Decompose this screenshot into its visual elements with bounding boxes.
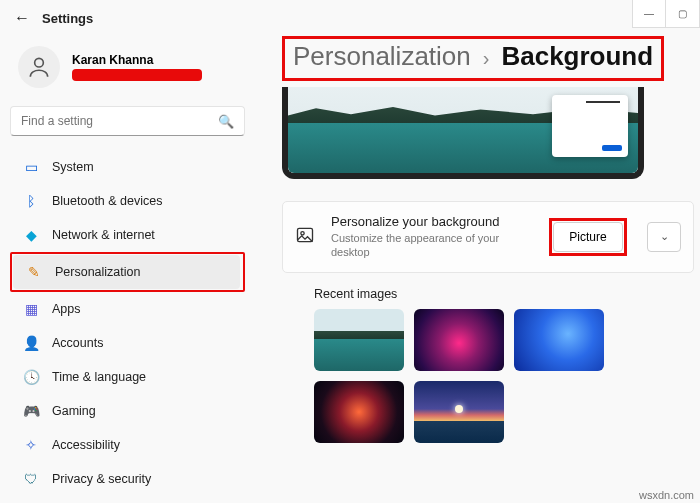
- recent-image-3[interactable]: [514, 309, 604, 371]
- maximize-button[interactable]: ▢: [666, 0, 700, 28]
- search-icon: 🔍: [218, 114, 234, 129]
- setting-text: Personalize your background Customize th…: [331, 214, 535, 260]
- globe-icon: 🕓: [22, 368, 40, 386]
- user-email-redacted: [72, 69, 202, 81]
- nav-list: ▭System ᛒBluetooth & devices ◆Network & …: [10, 150, 255, 496]
- background-type-dropdown[interactable]: Picture: [553, 222, 623, 252]
- main-content: Personalization › Background Personalize…: [282, 36, 694, 443]
- brush-icon: ✎: [25, 263, 43, 281]
- nav-accessibility[interactable]: ✧Accessibility: [10, 428, 255, 462]
- bluetooth-icon: ᛒ: [22, 192, 40, 210]
- recent-image-1[interactable]: [314, 309, 404, 371]
- window-title: Settings: [42, 11, 93, 26]
- personalize-background-row[interactable]: Personalize your background Customize th…: [282, 201, 694, 273]
- recent-images-label: Recent images: [314, 287, 694, 301]
- nav-apps[interactable]: ▦Apps: [10, 292, 255, 326]
- wifi-icon: ◆: [22, 226, 40, 244]
- setting-title: Personalize your background: [331, 214, 535, 229]
- nav-privacy[interactable]: 🛡Privacy & security: [10, 462, 255, 496]
- apps-icon: ▦: [22, 300, 40, 318]
- titlebar: ← Settings: [0, 0, 700, 36]
- search-input[interactable]: [21, 114, 218, 128]
- back-button[interactable]: ←: [8, 9, 36, 27]
- breadcrumb-parent[interactable]: Personalization: [293, 41, 471, 72]
- window-controls: — ▢: [632, 0, 700, 28]
- gaming-icon: 🎮: [22, 402, 40, 420]
- accessibility-icon: ✧: [22, 436, 40, 454]
- recent-image-5[interactable]: [414, 381, 504, 443]
- desktop-preview: [282, 87, 644, 179]
- nav-network[interactable]: ◆Network & internet: [10, 218, 255, 252]
- avatar: [18, 46, 60, 88]
- minimize-button[interactable]: —: [632, 0, 666, 28]
- recent-images-grid: [314, 309, 694, 443]
- highlight-picture: Picture: [549, 218, 627, 256]
- sidebar: Karan Khanna 🔍 ▭System ᛒBluetooth & devi…: [0, 36, 255, 496]
- breadcrumb-current: Background: [501, 41, 653, 72]
- watermark: wsxdn.com: [639, 489, 694, 501]
- svg-point-0: [35, 58, 44, 67]
- recent-image-2[interactable]: [414, 309, 504, 371]
- highlight-breadcrumb: Personalization › Background: [282, 36, 664, 81]
- system-icon: ▭: [22, 158, 40, 176]
- picture-icon: [295, 225, 317, 249]
- nav-system[interactable]: ▭System: [10, 150, 255, 184]
- nav-accounts[interactable]: 👤Accounts: [10, 326, 255, 360]
- shield-icon: 🛡: [22, 470, 40, 488]
- user-account[interactable]: Karan Khanna: [10, 42, 255, 98]
- recent-image-4[interactable]: [314, 381, 404, 443]
- user-name: Karan Khanna: [72, 53, 202, 67]
- highlight-personalization: ✎Personalization: [10, 252, 245, 292]
- nav-gaming[interactable]: 🎮Gaming: [10, 394, 255, 428]
- breadcrumb: Personalization › Background: [293, 41, 653, 72]
- accounts-icon: 👤: [22, 334, 40, 352]
- search-box[interactable]: 🔍: [10, 106, 245, 136]
- svg-point-2: [301, 231, 304, 234]
- nav-bluetooth[interactable]: ᛒBluetooth & devices: [10, 184, 255, 218]
- expand-button[interactable]: ⌄: [647, 222, 681, 252]
- setting-subtitle: Customize the appearance of your desktop: [331, 231, 535, 260]
- chevron-down-icon: ⌄: [660, 230, 669, 243]
- nav-personalization[interactable]: ✎Personalization: [13, 255, 240, 289]
- chevron-right-icon: ›: [483, 47, 490, 70]
- nav-time-language[interactable]: 🕓Time & language: [10, 360, 255, 394]
